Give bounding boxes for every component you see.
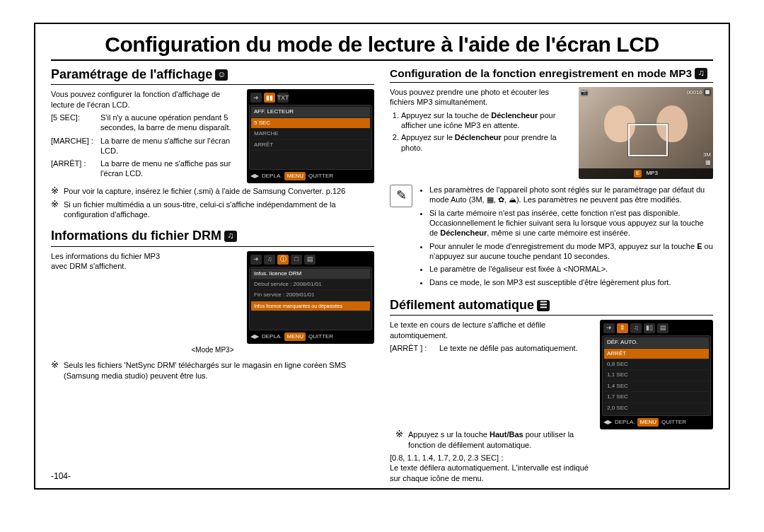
scroll-interval-list: [0.8, 1.1, 1.4, 1.7, 2.0, 2.3 SEC] : Le … xyxy=(390,453,595,483)
step-1: Appuyez sur la touche de Déclencheur pou… xyxy=(401,110,578,131)
note-subtitle: ※Si un fichier multimédia a un sous-titr… xyxy=(51,200,374,220)
note-panel: ✎ Les paramètres de l'appareil photo son… xyxy=(390,185,713,290)
mp3-steps: Appuyez sur la touche de Déclencheur pou… xyxy=(390,110,578,153)
note-bullets: Les paramètres de l'appareil photo sont … xyxy=(418,185,713,290)
drm-heading: Informations du fichier DRM ♫ xyxy=(51,228,374,244)
camera-icon: 📷 xyxy=(581,89,588,96)
note-icon: ✎ xyxy=(390,185,412,207)
note-hautbas: ※ Appuyez s ur la touche Haut/Bas pour u… xyxy=(395,429,601,450)
lcd-mock-photo: 📷 00016 🔲 3M▦ E MP3 xyxy=(579,87,713,179)
camera-mode-icon: ☺ xyxy=(215,69,228,81)
drm-intro: Les informations du fichier MP3 avec DRM… xyxy=(51,251,171,272)
manual-page: Configuration du mode de lecture à l'aid… xyxy=(34,23,730,490)
two-column-layout: Paramétrage de l'affichage ☺ ➜▮▮TXT AFF.… xyxy=(51,65,713,487)
page-title: Configuration du mode de lecture à l'aid… xyxy=(51,33,713,57)
lcd-mock-drm: ➜♫ⓘ□▤ Infos. licence DRM Début service :… xyxy=(247,251,374,345)
e-button-icon: E xyxy=(634,170,642,177)
left-column: Paramétrage de l'affichage ☺ ➜▮▮TXT AFF.… xyxy=(51,65,374,487)
music-mode-icon: ♫ xyxy=(695,68,707,79)
lcd-mock-display-settings: ➜▮▮TXT AFF. LECTEUR 5 SEC MARCHE ARRÊT ◀… xyxy=(247,89,374,183)
page-number: -104- xyxy=(51,471,71,481)
autoscroll-heading: Défilement automatique ☰ xyxy=(390,297,713,313)
note-smi: ※Pour voir la capture, insérez le fichie… xyxy=(51,186,374,196)
scroll-option-list: [ARRÊT ] :Le texte ne défile pas automat… xyxy=(390,343,588,353)
display-settings-heading: Paramétrage de l'affichage ☺ xyxy=(51,66,374,83)
mp3-intro: Vous pouvez prendre une photo et écouter… xyxy=(390,87,552,108)
mp3-record-heading: Configuration de la fonction enregistrem… xyxy=(390,66,713,81)
shots-remaining: 00016 🔲 xyxy=(687,89,711,96)
lcd-mock-autoscroll: ➜⇕♫▮▯▤ DÉF. AUTO. ARRÊT 0,8 SEC 1,1 SEC … xyxy=(600,320,713,429)
right-column: Configuration de la fonction enregistrem… xyxy=(390,65,713,487)
title-rule xyxy=(51,59,713,61)
step-2: Appuyez sur le Déclencheur pour prendre … xyxy=(401,132,578,153)
music-mode-icon: ♫ xyxy=(224,231,237,242)
drm-caption: <Mode MP3> xyxy=(51,345,374,354)
note-netsync: ※Seuls les fichiers 'NetSync DRM' téléch… xyxy=(51,360,374,381)
text-mode-icon: ☰ xyxy=(537,300,550,311)
